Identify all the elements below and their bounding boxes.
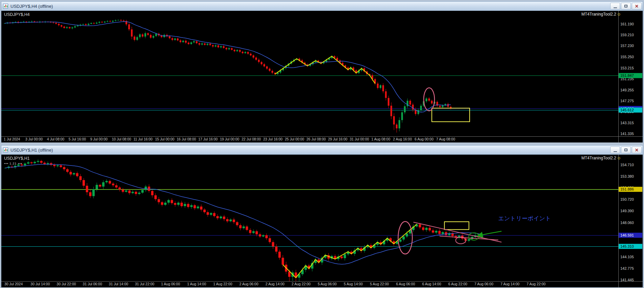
- minimize-button[interactable]: [610, 147, 620, 153]
- restore-icon: [624, 5, 627, 7]
- price-tag-label: 151.847: [620, 73, 634, 77]
- mt4-workspace: USDJPY$,H4 (offline) ✕ 161.190159.210157…: [0, 0, 644, 288]
- window-controls: ✕: [609, 3, 642, 9]
- time-axis-label: 30 Jul 22:00: [57, 282, 76, 286]
- hlines-layer: [1, 75, 618, 110]
- price-tag-label: 146.591: [620, 233, 634, 237]
- zigzag-line: [283, 224, 417, 278]
- price-axis-label: 142.775: [620, 266, 634, 270]
- annotation-rectangle[interactable]: [444, 222, 469, 229]
- annotation-ellipse[interactable]: [398, 222, 412, 254]
- titlebar-h4[interactable]: USDJPY$,H4 (offline) ✕: [1, 2, 643, 11]
- time-axis-label: 1 Aug 22:00: [213, 282, 232, 286]
- time-axis-label: 10 Jul 08:00: [112, 137, 131, 141]
- price-axis-label: 159.210: [620, 33, 634, 37]
- time-axis-label: 6 Aug 22:00: [448, 282, 467, 286]
- time-axis-label: 31 Jul 14:00: [109, 282, 128, 286]
- price-axis-label: 143.315: [620, 121, 634, 125]
- price-axis-label: 149.255: [620, 88, 634, 92]
- time-axis-label: 1 Aug 08:00: [371, 137, 390, 141]
- price-axis-label: 141.445: [620, 278, 634, 282]
- window-controls: ✕: [609, 147, 642, 153]
- candlestick-chart-h4: 161.190159.210157.230155.250153.215151.2…: [1, 11, 643, 142]
- chart-window-h4: USDJPY$,H4 (offline) ✕ 161.190159.210157…: [1, 1, 643, 142]
- annotations-layer: [424, 88, 470, 122]
- time-axis-label: 2 Aug 16:00: [393, 137, 412, 141]
- chart-window-h1: USDJPY$,H1 (offline) ✕ エントリーポイント154.7101…: [1, 145, 643, 287]
- minimize-icon: [614, 7, 617, 8]
- time-axis-label: 5 Jul 16:00: [69, 137, 86, 141]
- zigzag-line: [275, 56, 375, 84]
- time-axis-label: 9 Jul 00:00: [90, 137, 108, 141]
- time-axis-label: 19 Jul 00:00: [220, 137, 239, 141]
- time-axis-label: 1 Jul 2024: [4, 137, 20, 141]
- time-axis-label: 3 Jul 00:00: [25, 137, 43, 141]
- annotation-arrow[interactable]: [478, 231, 502, 236]
- annotations-layer: エントリーポイント: [398, 215, 551, 254]
- minimize-button[interactable]: [610, 3, 620, 9]
- price-axis-label: 153.215: [620, 66, 634, 70]
- price-axis-label: 154.710: [620, 163, 634, 167]
- time-axis-label: 6 Aug 00:00: [415, 137, 434, 141]
- price-axis-label: 153.380: [620, 174, 634, 178]
- price-tag-label: 145.310: [620, 244, 634, 248]
- price-axis-label: 144.105: [620, 255, 634, 259]
- price-axis-label: 150.720: [620, 197, 634, 201]
- axes-layer: 161.190159.210157.230155.250153.215151.2…: [1, 11, 643, 142]
- time-axis-label: 2 Aug 14:00: [266, 282, 284, 286]
- price-axis-label: 141.335: [620, 132, 634, 136]
- time-axis-label: 11 Jul 16:00: [133, 137, 153, 141]
- moving-average-line: [5, 22, 451, 112]
- annotation-ellipse[interactable]: [456, 237, 466, 244]
- time-axis-label: 2 Aug 06:00: [240, 282, 258, 286]
- time-axis-label: 2 Aug 22:00: [292, 282, 311, 286]
- time-axis-label: 31 Jul 22:00: [135, 282, 154, 286]
- price-axis-label: 161.190: [620, 22, 634, 26]
- time-axis-label: 1 Aug 06:00: [161, 282, 180, 286]
- close-button[interactable]: ✕: [632, 147, 642, 153]
- restore-button[interactable]: [621, 147, 631, 153]
- time-axis-label: 7 Aug 08:00: [436, 137, 455, 141]
- chart-canvas-h1[interactable]: エントリーポイント154.710153.380152.050150.720149…: [1, 155, 643, 287]
- time-axis-label: 7 Aug 06:00: [474, 282, 493, 286]
- time-axis-label: 4 Jul 08:00: [47, 137, 65, 141]
- time-axis-label: 6 Aug 06:00: [396, 282, 415, 286]
- chart-canvas-h4[interactable]: 161.190159.210157.230155.250153.215151.2…: [1, 11, 643, 142]
- window-title: USDJPY$,H1 (offline): [10, 148, 609, 153]
- price-axis-label: 147.275: [620, 99, 634, 103]
- restore-button[interactable]: [621, 3, 631, 9]
- time-axis-label: 6 Aug 14:00: [422, 282, 441, 286]
- restore-icon: [624, 149, 627, 151]
- chart-icon: [3, 4, 8, 8]
- time-axis-label: 22 Jul 08:00: [242, 137, 261, 141]
- time-axis-label: 30 Jul 2024: [4, 282, 23, 286]
- time-axis-label: 7 Aug 22:00: [527, 282, 546, 286]
- time-axis-label: 1 Aug 14:00: [187, 282, 206, 286]
- time-axis-label: 5 Aug 14:00: [344, 282, 363, 286]
- titlebar-h1[interactable]: USDJPY$,H1 (offline) ✕: [1, 146, 643, 155]
- time-axis-label: 30 Jul 14:00: [30, 282, 50, 286]
- time-axis-label: 25 Jul 00:00: [285, 137, 304, 141]
- candlestick-chart-h1: エントリーポイント154.710153.380152.050150.720149…: [1, 155, 643, 287]
- candles-layer: [4, 19, 452, 133]
- time-axis-label: 5 Aug 06:00: [318, 282, 337, 286]
- time-axis-label: 7 Aug 14:00: [500, 282, 519, 286]
- minimize-icon: [614, 151, 617, 152]
- time-axis-label: 31 Jul 06:00: [83, 282, 102, 286]
- time-axis-label: 5 Aug 22:00: [370, 282, 389, 286]
- time-axis-label: 26 Jul 08:00: [306, 137, 326, 141]
- time-axis-label: 29 Jul 16:00: [328, 137, 347, 141]
- window-title: USDJPY$,H4 (offline): [10, 4, 609, 9]
- close-button[interactable]: ✕: [632, 3, 642, 9]
- price-axis-label: 148.060: [620, 221, 634, 225]
- price-tag-label: 151.886: [620, 187, 634, 191]
- price-axis-label: 155.250: [620, 55, 634, 59]
- close-icon: ✕: [635, 148, 639, 152]
- price-tag-label: 145.612: [620, 108, 634, 112]
- time-axis-label: 15 Jul 00:00: [155, 137, 174, 141]
- annotation-text[interactable]: エントリーポイント: [498, 215, 551, 222]
- time-axis-label: 23 Jul 16:00: [263, 137, 282, 141]
- time-axis-label: 31 Jul 00:00: [350, 137, 369, 141]
- candles-layer: [4, 159, 483, 282]
- close-icon: ✕: [635, 4, 639, 8]
